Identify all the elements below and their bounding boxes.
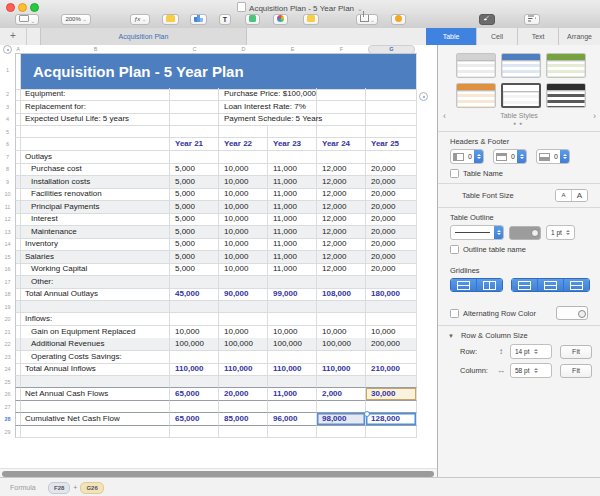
cell-value[interactable]: [317, 151, 366, 164]
cell-label[interactable]: Principal Payments: [21, 201, 170, 214]
cell-value[interactable]: [317, 276, 366, 289]
cell-value[interactable]: [219, 313, 268, 326]
cell-label[interactable]: [21, 426, 170, 439]
cell-value[interactable]: 11,000: [268, 263, 317, 276]
disclosure-triangle-icon[interactable]: ▼: [448, 333, 454, 339]
format-button[interactable]: [479, 14, 495, 25]
cell-value[interactable]: 108,000: [317, 288, 366, 301]
row-number[interactable]: 10: [0, 188, 15, 201]
comment-button[interactable]: [303, 14, 319, 25]
cell-value[interactable]: 100,000: [317, 338, 366, 351]
cell-value[interactable]: 12,000: [317, 163, 366, 176]
sheet-title-cell[interactable]: Acquisition Plan - 5 Year Plan: [21, 53, 417, 90]
cell-value[interactable]: 12,000: [317, 176, 366, 189]
increase-font-button[interactable]: A: [571, 190, 587, 201]
cell[interactable]: [366, 88, 417, 101]
row-number[interactable]: 7: [0, 151, 15, 164]
cell-label[interactable]: Outlays: [21, 151, 170, 164]
cell-value[interactable]: [219, 401, 268, 414]
cell-value[interactable]: [170, 276, 219, 289]
cell-value[interactable]: 10,000: [219, 251, 268, 264]
cell-value[interactable]: 100,000: [219, 338, 268, 351]
cell-value[interactable]: 11,000: [268, 188, 317, 201]
cell-value[interactable]: [268, 276, 317, 289]
row-number[interactable]: 12: [0, 213, 15, 226]
stepper-icon[interactable]: [560, 150, 569, 163]
cell-label[interactable]: [21, 301, 170, 314]
styles-pagination-dots[interactable]: ●●: [438, 120, 600, 126]
cell[interactable]: [170, 101, 219, 114]
cell-value[interactable]: 12,000: [317, 188, 366, 201]
cell-value[interactable]: 10,000: [219, 188, 268, 201]
cell-value[interactable]: 5,000: [170, 188, 219, 201]
outline-line-style-dropdown[interactable]: [450, 225, 504, 240]
cell-label[interactable]: [21, 126, 170, 139]
horizontal-gridlines-button[interactable]: [451, 279, 476, 291]
cell-value[interactable]: 11,000: [268, 201, 317, 214]
cell-label[interactable]: Gain on Equipment Replaced: [21, 326, 170, 339]
alternating-row-color-well[interactable]: [556, 306, 588, 320]
cell-label[interactable]: Installation costs: [21, 176, 170, 189]
row-number[interactable]: 6: [0, 138, 15, 151]
row-number[interactable]: 9: [0, 176, 15, 189]
cell-value[interactable]: 12,000: [317, 201, 366, 214]
row-number[interactable]: 21: [0, 326, 15, 339]
cell-value[interactable]: 10,000: [219, 238, 268, 251]
cell-value[interactable]: [366, 151, 417, 164]
cell-label[interactable]: Salaries: [21, 251, 170, 264]
cell-value[interactable]: 99,000: [268, 288, 317, 301]
cell-value[interactable]: [170, 126, 219, 139]
cell-value[interactable]: 5,000: [170, 176, 219, 189]
cell-value[interactable]: 10,000: [219, 213, 268, 226]
cell-value[interactable]: 110,000: [317, 363, 366, 376]
row-fit-button[interactable]: Fit: [560, 345, 592, 359]
cell-value[interactable]: 100,000: [268, 338, 317, 351]
cell-value[interactable]: [170, 313, 219, 326]
cell-value[interactable]: [170, 401, 219, 414]
cell-value[interactable]: 12,000: [317, 238, 366, 251]
cell-value[interactable]: 20,000: [366, 263, 417, 276]
shape-button[interactable]: [245, 14, 260, 25]
cell-value[interactable]: [170, 351, 219, 364]
view-button[interactable]: ⌄: [15, 14, 39, 25]
cell-value[interactable]: 110,000: [219, 363, 268, 376]
formula-button[interactable]: ƒx ⌄: [130, 14, 150, 25]
cell-label[interactable]: Replacement for:: [21, 101, 170, 114]
cell-value[interactable]: [170, 301, 219, 314]
cell-value[interactable]: 5,000: [170, 238, 219, 251]
tab-arrange[interactable]: Arrange: [558, 28, 600, 45]
cell-reference-token-G26[interactable]: G26: [80, 482, 103, 494]
table-name-checkbox[interactable]: [450, 169, 459, 178]
cell-value[interactable]: 12,000: [317, 226, 366, 239]
cell-value[interactable]: 11,000: [268, 251, 317, 264]
table-style-white-outline[interactable]: [501, 83, 541, 108]
cell-value[interactable]: 11,000: [268, 238, 317, 251]
row-number[interactable]: 1: [0, 53, 15, 90]
row-number[interactable]: 20: [0, 313, 15, 326]
cell-label[interactable]: Facilities renovation: [21, 188, 170, 201]
row-number[interactable]: 25: [0, 376, 15, 389]
cell-value[interactable]: [317, 301, 366, 314]
chart-button[interactable]: [190, 14, 207, 25]
sort-filter-button[interactable]: [524, 14, 540, 25]
cell-label[interactable]: [21, 401, 170, 414]
row-number[interactable]: 16: [0, 263, 15, 276]
cell-value[interactable]: [366, 126, 417, 139]
cell-value[interactable]: Year 25: [366, 138, 417, 151]
cell-label[interactable]: Expected Useful Life: 5 years: [21, 113, 170, 126]
row-number[interactable]: 4: [0, 113, 15, 126]
cell-value[interactable]: [366, 376, 417, 389]
cell-label[interactable]: Operating Costs Savings:: [21, 351, 170, 364]
tab-cell[interactable]: Cell: [476, 28, 517, 45]
cell-value[interactable]: [366, 313, 417, 326]
cell-value[interactable]: 20,000: [366, 213, 417, 226]
table-style-dark[interactable]: [546, 83, 586, 108]
cell-value[interactable]: [317, 376, 366, 389]
row-number[interactable]: 27: [0, 401, 15, 414]
cell-value[interactable]: [268, 301, 317, 314]
cell-value[interactable]: 10,000: [219, 163, 268, 176]
row-number[interactable]: 29: [0, 426, 15, 439]
cell-value[interactable]: 110,000: [268, 363, 317, 376]
alternating-row-color-checkbox[interactable]: [450, 309, 459, 318]
cell[interactable]: [317, 101, 366, 114]
